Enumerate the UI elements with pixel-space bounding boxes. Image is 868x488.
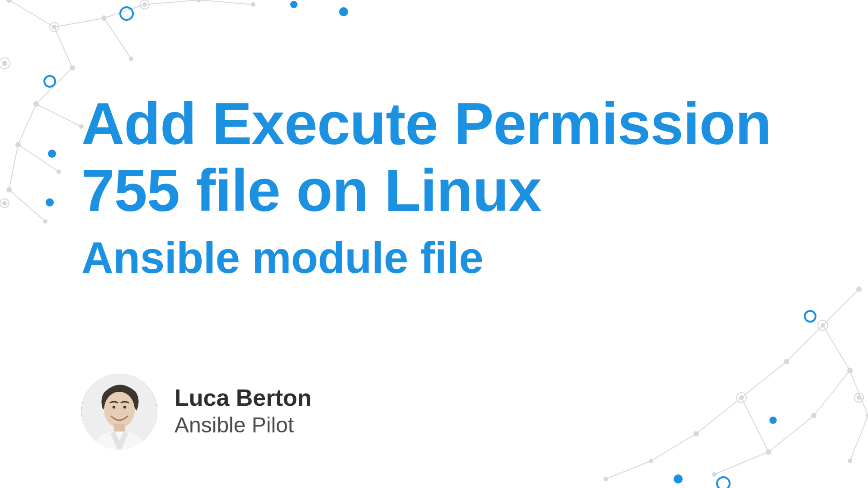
title-line-1: Add Execute Permission [81, 90, 771, 157]
title-line-2: 755 file on Linux [81, 157, 541, 224]
person-icon [81, 374, 157, 450]
author-role: Ansible Pilot [175, 412, 311, 439]
author-name: Luca Berton [175, 385, 311, 412]
slide-container: Add Execute Permission 755 file on Linux… [0, 0, 868, 488]
slide-subtitle: Ansible module file [81, 232, 787, 283]
author-avatar [81, 374, 157, 450]
svg-point-75 [104, 392, 135, 428]
svg-point-77 [113, 406, 115, 408]
author-block: Luca Berton Ansible Pilot [81, 374, 311, 450]
author-text: Luca Berton Ansible Pilot [175, 385, 311, 439]
svg-point-78 [123, 406, 126, 408]
slide-title: Add Execute Permission 755 file on Linux [81, 90, 787, 224]
